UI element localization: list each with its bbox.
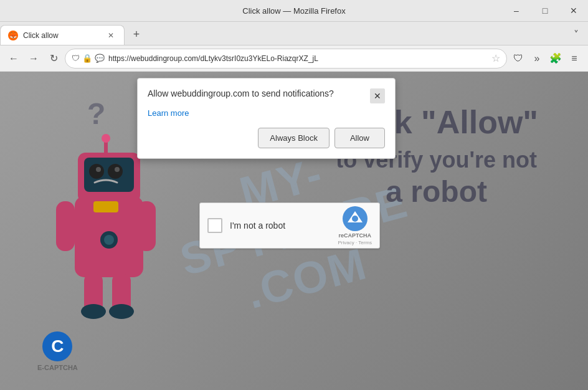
captcha-links: Privacy · Terms xyxy=(338,240,372,245)
menu-button[interactable]: ≡ xyxy=(566,50,583,67)
svg-rect-13 xyxy=(137,201,156,251)
shield-icon: 🛡 xyxy=(72,54,80,63)
ecaptcha-letter: C xyxy=(51,336,64,356)
svg-point-17 xyxy=(109,304,134,319)
captcha-checkbox[interactable] xyxy=(207,218,222,233)
recaptcha-brand: reCAPTCHA xyxy=(338,232,371,239)
recaptcha-logo xyxy=(343,206,368,231)
title-bar: Click allow — Mozilla Firefox – □ ✕ xyxy=(0,0,588,22)
tab-list-button[interactable]: ˅ xyxy=(567,25,586,44)
address-bar[interactable]: 🛡 🔒 💬 https://webuddingroup.com/dLtykv3t… xyxy=(65,49,507,69)
lock-icon: 🔒 xyxy=(82,54,92,63)
page-content: MY-SPYWARE.COM ? xyxy=(0,72,588,390)
svg-point-3 xyxy=(89,164,104,179)
website-background: MY-SPYWARE.COM ? xyxy=(0,72,588,390)
ecaptcha-label: E-CAPTCHA xyxy=(37,364,78,371)
message-icon: 💬 xyxy=(95,54,105,63)
new-tab-button[interactable]: + xyxy=(127,25,146,44)
learn-more-link[interactable]: Learn more xyxy=(148,108,385,118)
ecaptcha-icon: C xyxy=(42,331,72,361)
popup-close-button[interactable]: ✕ xyxy=(370,88,385,103)
notification-popup: Allow webuddingroup.com to send notifica… xyxy=(137,78,396,159)
captcha-widget[interactable]: I'm not a robot reCAPTCHA Privacy · Term… xyxy=(199,202,380,249)
window-controls: – □ ✕ xyxy=(502,0,588,21)
tab-favicon: 🦊 xyxy=(8,31,18,40)
svg-rect-12 xyxy=(56,201,75,251)
window-title: Click allow — Mozilla Firefox xyxy=(242,6,345,16)
nav-bar: ← → ↻ 🛡 🔒 💬 https://webuddingroup.com/dL… xyxy=(0,45,588,72)
ecaptcha-logo: C E-CAPTCHA xyxy=(37,331,78,371)
svg-point-19 xyxy=(352,216,358,222)
active-tab[interactable]: 🦊 Click allow ✕ xyxy=(0,25,125,45)
svg-point-6 xyxy=(115,167,120,172)
reload-button[interactable]: ↻ xyxy=(45,50,62,67)
extensions-button[interactable]: 🧩 xyxy=(547,50,564,67)
tab-title: Click allow xyxy=(23,31,100,40)
address-text: https://webuddingroup.com/dLtykv3tsrI0zu… xyxy=(108,54,488,63)
always-block-button[interactable]: Always Block xyxy=(258,128,330,148)
svg-point-4 xyxy=(108,164,123,179)
browser-window: Click allow — Mozilla Firefox – □ ✕ 🦊 Cl… xyxy=(0,0,588,390)
tab-bar: 🦊 Click allow ✕ + ˅ xyxy=(0,22,588,45)
popup-header: Allow webuddingroup.com to send notifica… xyxy=(148,88,385,103)
svg-point-16 xyxy=(81,304,106,319)
popup-title: Allow webuddingroup.com to send notifica… xyxy=(148,88,370,98)
nav-right-buttons: 🛡 » 🧩 ≡ xyxy=(510,50,583,67)
maximize-button[interactable]: □ xyxy=(531,0,559,22)
pocket-button[interactable]: 🛡 xyxy=(510,50,527,67)
address-icons: 🛡 🔒 💬 xyxy=(72,54,105,63)
svg-point-8 xyxy=(102,134,110,143)
close-button[interactable]: ✕ xyxy=(559,0,588,22)
popup-buttons: Always Block Allow xyxy=(148,128,385,148)
svg-point-11 xyxy=(104,235,114,245)
captcha-right-panel: reCAPTCHA Privacy · Terms xyxy=(338,206,372,245)
minimize-button[interactable]: – xyxy=(502,0,531,22)
bookmark-icon[interactable]: ☆ xyxy=(491,52,500,64)
back-button[interactable]: ← xyxy=(5,50,22,67)
allow-button[interactable]: Allow xyxy=(334,128,385,148)
captcha-label: I'm not a robot xyxy=(230,221,330,231)
overflow-button[interactable]: » xyxy=(528,50,546,67)
svg-rect-9 xyxy=(93,201,118,212)
svg-point-5 xyxy=(96,167,101,172)
tab-close-button[interactable]: ✕ xyxy=(105,30,116,41)
forward-button[interactable]: → xyxy=(25,50,42,67)
